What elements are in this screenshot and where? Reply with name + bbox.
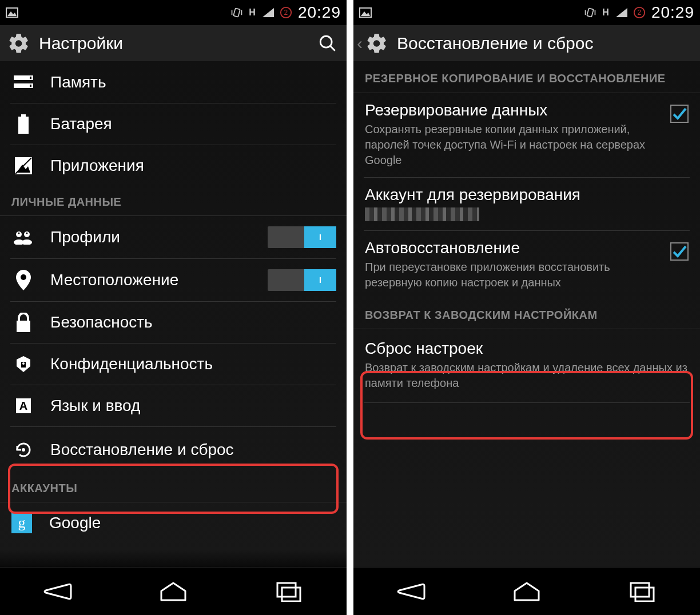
lock-icon	[11, 312, 35, 333]
google-icon: g	[11, 513, 32, 533]
page-title: Настройки	[39, 34, 315, 53]
status-time: 20:29	[651, 3, 694, 22]
network-type-badge: H	[602, 7, 609, 18]
row-label: Язык и ввод	[50, 397, 336, 415]
svg-rect-11	[30, 77, 31, 79]
svg-marker-39	[616, 8, 627, 17]
phone-right: H 2 20:29 ‹ Восстановление и сброс РЕЗЕР…	[353, 0, 700, 615]
nav-back[interactable]	[23, 577, 92, 606]
row-label: Батарея	[50, 115, 336, 133]
row-memory[interactable]: Память	[10, 62, 336, 103]
phone-left: H 2 20:29 Настройки Память	[0, 0, 347, 615]
image-icon	[359, 6, 372, 19]
row-google[interactable]: g Google	[10, 502, 336, 538]
row-title: Резервирование данных	[365, 101, 659, 119]
apps-icon	[11, 155, 35, 176]
svg-rect-2	[234, 8, 241, 17]
profiles-toggle[interactable]: I	[268, 226, 336, 248]
row-profiles[interactable]: Профили I	[10, 216, 336, 259]
svg-point-24	[21, 274, 26, 280]
backup-data-checkbox[interactable]	[670, 105, 689, 123]
profiles-icon	[11, 227, 35, 247]
row-backup-account[interactable]: Аккаунт для резервирования	[364, 178, 690, 231]
row-auto-restore[interactable]: Автовосстановление При переустановке при…	[364, 231, 690, 299]
back-caret-icon[interactable]: ‹	[357, 34, 363, 53]
row-subtitle: Возврат к заводским настройкам и удалени…	[365, 360, 689, 391]
svg-rect-41	[631, 583, 649, 597]
search-button[interactable]	[315, 30, 341, 57]
row-location[interactable]: Местоположение I	[10, 259, 336, 302]
svg-rect-13	[21, 114, 26, 117]
svg-rect-25	[17, 321, 30, 332]
location-toggle[interactable]: I	[268, 269, 336, 291]
nav-recent[interactable]	[254, 577, 323, 606]
svg-point-28	[22, 362, 25, 365]
account-email-redacted	[365, 207, 479, 221]
row-battery[interactable]: Батарея	[10, 103, 336, 145]
svg-point-31	[22, 448, 25, 452]
vibrate-icon	[230, 6, 243, 19]
language-icon: A	[11, 396, 35, 416]
backup-list: РЕЗЕРВНОЕ КОПИРОВАНИЕ И ВОССТАНОВЛЕНИЕ Р…	[353, 62, 700, 567]
svg-point-22	[18, 233, 20, 234]
svg-marker-1	[7, 11, 17, 16]
signal-icon	[261, 6, 274, 19]
location-icon	[11, 270, 35, 290]
svg-point-21	[22, 239, 32, 245]
row-label: Безопасность	[50, 313, 336, 332]
row-backup-data[interactable]: Резервирование данных Сохранять резервны…	[364, 93, 690, 178]
battery-icon	[11, 114, 35, 134]
svg-rect-36	[587, 8, 594, 17]
storage-icon	[11, 72, 35, 93]
svg-marker-35	[361, 11, 370, 16]
svg-marker-5	[262, 8, 274, 17]
row-label: Приложения	[50, 157, 336, 175]
title-bar-settings: Настройки	[0, 25, 347, 62]
nav-bar	[0, 567, 347, 615]
signal-icon	[615, 6, 627, 19]
status-bar: H 2 20:29	[353, 0, 700, 25]
row-title: Автовосстановление	[365, 239, 659, 257]
battery-icon: 2	[280, 6, 292, 19]
row-label: Местоположение	[50, 271, 268, 289]
row-backup-reset[interactable]: Восстановление и сброс	[10, 427, 336, 473]
battery-icon: 2	[633, 6, 646, 19]
row-security[interactable]: Безопасность	[10, 302, 336, 344]
network-type-badge: H	[249, 7, 256, 18]
row-label: Google	[49, 514, 336, 532]
row-label: Профили	[50, 228, 268, 246]
nav-back[interactable]	[377, 577, 446, 606]
page-title: Восстановление и сброс	[397, 34, 694, 53]
title-bar-backup[interactable]: ‹ Восстановление и сброс	[353, 25, 700, 62]
row-title: Сброс настроек	[365, 340, 689, 358]
row-privacy[interactable]: Конфиденциальность	[10, 344, 336, 385]
row-factory-reset[interactable]: Сброс настроек Возврат к заводским настр…	[364, 329, 690, 403]
auto-restore-checkbox[interactable]	[670, 242, 689, 261]
section-header-backup: РЕЗЕРВНОЕ КОПИРОВАНИЕ И ВОССТАНОВЛЕНИЕ	[353, 62, 700, 93]
restore-icon	[11, 440, 35, 460]
row-apps[interactable]: Приложения	[10, 145, 336, 186]
svg-text:A: A	[19, 400, 27, 412]
vibrate-icon	[584, 6, 596, 19]
svg-rect-32	[277, 583, 296, 597]
settings-list: Память Батарея Приложения ЛИЧНЫЕ ДАННЫЕ …	[0, 62, 347, 567]
svg-rect-42	[635, 588, 654, 601]
row-subtitle: При переустановке приложения восстановит…	[365, 259, 659, 290]
svg-point-23	[26, 233, 28, 234]
row-label: Восстановление и сброс	[50, 441, 336, 459]
gear-icon	[6, 30, 32, 57]
svg-line-8	[330, 46, 335, 51]
gear-icon	[364, 30, 390, 57]
section-header-factory: ВОЗВРАТ К ЗАВОДСКИМ НАСТРОЙКАМ	[353, 299, 700, 329]
svg-rect-12	[30, 85, 31, 87]
nav-recent[interactable]	[608, 577, 677, 606]
row-language[interactable]: A Язык и ввод	[10, 385, 336, 427]
nav-bar	[353, 567, 700, 615]
svg-rect-14	[18, 117, 29, 134]
nav-home[interactable]	[139, 577, 208, 606]
nav-home[interactable]	[492, 577, 561, 606]
status-bar: H 2 20:29	[0, 0, 347, 25]
row-subtitle: Сохранять резервные копии данных приложе…	[365, 122, 659, 168]
row-label: Конфиденциальность	[50, 355, 336, 373]
svg-point-7	[320, 36, 332, 47]
